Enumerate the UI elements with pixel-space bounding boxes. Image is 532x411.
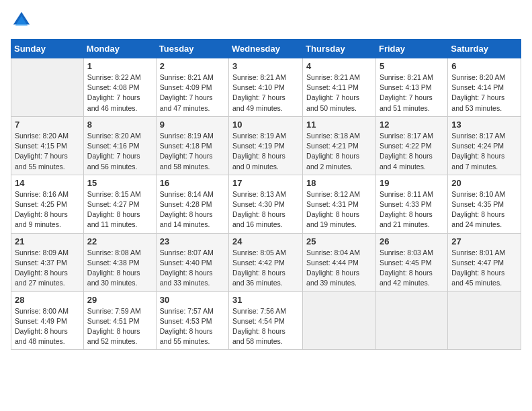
day-number: 19: [380, 178, 444, 188]
day-info: Sunrise: 8:21 AMSunset: 4:13 PMDaylight:…: [380, 73, 444, 113]
day-number: 9: [160, 120, 225, 130]
day-info: Sunrise: 8:07 AMSunset: 4:40 PMDaylight:…: [160, 248, 225, 289]
day-number: 13: [451, 120, 517, 130]
day-number: 31: [232, 295, 299, 305]
day-info: Sunrise: 8:09 AMSunset: 4:37 PMDaylight:…: [15, 248, 80, 289]
day-number: 18: [306, 178, 372, 188]
day-info: Sunrise: 8:18 AMSunset: 4:21 PMDaylight:…: [306, 131, 372, 172]
day-number: 25: [306, 236, 372, 246]
weekday-header-monday: Monday: [83, 40, 156, 58]
calendar-cell: 27Sunrise: 8:01 AMSunset: 4:47 PMDayligh…: [448, 233, 521, 291]
day-info: Sunrise: 8:01 AMSunset: 4:47 PMDaylight:…: [451, 248, 517, 289]
calendar-cell: 12Sunrise: 8:17 AMSunset: 4:22 PMDayligh…: [375, 116, 447, 175]
day-number: 6: [451, 61, 517, 71]
calendar-cell: [448, 291, 521, 350]
day-number: 8: [87, 120, 152, 130]
day-number: 28: [15, 295, 80, 305]
day-number: 11: [306, 120, 372, 130]
day-number: 20: [451, 178, 517, 188]
day-info: Sunrise: 8:19 AMSunset: 4:18 PMDaylight:…: [160, 131, 225, 172]
day-number: 27: [451, 236, 517, 246]
calendar-cell: 23Sunrise: 8:07 AMSunset: 4:40 PMDayligh…: [156, 233, 228, 291]
day-number: 17: [232, 178, 299, 188]
calendar-cell: 22Sunrise: 8:08 AMSunset: 4:38 PMDayligh…: [83, 233, 156, 291]
calendar-cell: 10Sunrise: 8:19 AMSunset: 4:19 PMDayligh…: [229, 116, 303, 175]
day-number: 23: [160, 236, 225, 246]
day-number: 2: [160, 61, 225, 71]
day-info: Sunrise: 8:17 AMSunset: 4:24 PMDaylight:…: [451, 131, 517, 172]
calendar-cell: [303, 291, 376, 350]
weekday-header-friday: Friday: [375, 40, 447, 58]
day-number: 30: [160, 295, 225, 305]
day-number: 14: [15, 178, 80, 188]
day-number: 15: [87, 178, 152, 188]
day-info: Sunrise: 8:21 AMSunset: 4:10 PMDaylight:…: [232, 73, 299, 113]
day-number: 5: [380, 61, 444, 71]
day-info: Sunrise: 8:22 AMSunset: 4:08 PMDaylight:…: [87, 73, 152, 113]
day-info: Sunrise: 8:04 AMSunset: 4:44 PMDaylight:…: [306, 248, 372, 289]
day-info: Sunrise: 8:20 AMSunset: 4:14 PMDaylight:…: [451, 73, 517, 113]
calendar-cell: [375, 291, 447, 350]
day-info: Sunrise: 7:57 AMSunset: 4:53 PMDaylight:…: [160, 306, 225, 347]
day-number: 3: [232, 61, 299, 71]
weekday-header-tuesday: Tuesday: [156, 40, 228, 58]
calendar-cell: 2Sunrise: 8:21 AMSunset: 4:09 PMDaylight…: [156, 58, 228, 117]
day-info: Sunrise: 7:59 AMSunset: 4:51 PMDaylight:…: [87, 306, 152, 347]
calendar-cell: 17Sunrise: 8:13 AMSunset: 4:30 PMDayligh…: [229, 175, 303, 233]
calendar-table: SundayMondayTuesdayWednesdayThursdayFrid…: [11, 39, 521, 350]
day-info: Sunrise: 8:00 AMSunset: 4:49 PMDaylight:…: [15, 306, 80, 347]
calendar-cell: 8Sunrise: 8:20 AMSunset: 4:16 PMDaylight…: [83, 116, 156, 175]
calendar-cell: 16Sunrise: 8:14 AMSunset: 4:28 PMDayligh…: [156, 175, 228, 233]
calendar-cell: 20Sunrise: 8:10 AMSunset: 4:35 PMDayligh…: [448, 175, 521, 233]
logo: [11, 11, 31, 32]
day-info: Sunrise: 8:17 AMSunset: 4:22 PMDaylight:…: [380, 131, 444, 172]
day-info: Sunrise: 8:13 AMSunset: 4:30 PMDaylight:…: [232, 189, 299, 230]
day-info: Sunrise: 8:21 AMSunset: 4:11 PMDaylight:…: [306, 73, 372, 113]
day-number: 22: [87, 236, 152, 246]
calendar-cell: 15Sunrise: 8:15 AMSunset: 4:27 PMDayligh…: [83, 175, 156, 233]
calendar-cell: 25Sunrise: 8:04 AMSunset: 4:44 PMDayligh…: [303, 233, 376, 291]
day-number: 12: [380, 120, 444, 130]
day-number: 10: [232, 120, 299, 130]
calendar-cell: 19Sunrise: 8:11 AMSunset: 4:33 PMDayligh…: [375, 175, 447, 233]
calendar-cell: 1Sunrise: 8:22 AMSunset: 4:08 PMDaylight…: [83, 58, 156, 117]
day-number: 29: [87, 295, 152, 305]
weekday-header-thursday: Thursday: [303, 40, 376, 58]
day-info: Sunrise: 8:11 AMSunset: 4:33 PMDaylight:…: [380, 189, 444, 230]
calendar-cell: 9Sunrise: 8:19 AMSunset: 4:18 PMDaylight…: [156, 116, 228, 175]
day-info: Sunrise: 8:20 AMSunset: 4:15 PMDaylight:…: [15, 131, 80, 172]
day-info: Sunrise: 8:21 AMSunset: 4:09 PMDaylight:…: [160, 73, 225, 113]
calendar-cell: 5Sunrise: 8:21 AMSunset: 4:13 PMDaylight…: [375, 58, 447, 117]
weekday-header-sunday: Sunday: [11, 40, 84, 58]
calendar-cell: 18Sunrise: 8:12 AMSunset: 4:31 PMDayligh…: [303, 175, 376, 233]
calendar-cell: 14Sunrise: 8:16 AMSunset: 4:25 PMDayligh…: [11, 175, 84, 233]
day-info: Sunrise: 8:16 AMSunset: 4:25 PMDaylight:…: [15, 189, 80, 230]
calendar-cell: 4Sunrise: 8:21 AMSunset: 4:11 PMDaylight…: [303, 58, 376, 117]
calendar-cell: 26Sunrise: 8:03 AMSunset: 4:45 PMDayligh…: [375, 233, 447, 291]
weekday-header-saturday: Saturday: [448, 40, 521, 58]
day-number: 24: [232, 236, 299, 246]
day-info: Sunrise: 8:14 AMSunset: 4:28 PMDaylight:…: [160, 189, 225, 230]
calendar-cell: 31Sunrise: 7:56 AMSunset: 4:54 PMDayligh…: [229, 291, 303, 350]
day-info: Sunrise: 8:05 AMSunset: 4:42 PMDaylight:…: [232, 248, 299, 289]
day-number: 7: [15, 120, 80, 130]
day-info: Sunrise: 8:19 AMSunset: 4:19 PMDaylight:…: [232, 131, 299, 172]
day-info: Sunrise: 8:15 AMSunset: 4:27 PMDaylight:…: [87, 189, 152, 230]
calendar-cell: 24Sunrise: 8:05 AMSunset: 4:42 PMDayligh…: [229, 233, 303, 291]
logo-icon: [12, 11, 31, 30]
calendar-cell: 6Sunrise: 8:20 AMSunset: 4:14 PMDaylight…: [448, 58, 521, 117]
day-number: 26: [380, 236, 444, 246]
day-info: Sunrise: 8:12 AMSunset: 4:31 PMDaylight:…: [306, 189, 372, 230]
calendar-cell: 29Sunrise: 7:59 AMSunset: 4:51 PMDayligh…: [83, 291, 156, 350]
day-info: Sunrise: 7:56 AMSunset: 4:54 PMDaylight:…: [232, 306, 299, 347]
day-number: 16: [160, 178, 225, 188]
calendar-cell: 21Sunrise: 8:09 AMSunset: 4:37 PMDayligh…: [11, 233, 84, 291]
day-info: Sunrise: 8:08 AMSunset: 4:38 PMDaylight:…: [87, 248, 152, 289]
calendar-cell: 3Sunrise: 8:21 AMSunset: 4:10 PMDaylight…: [229, 58, 303, 117]
calendar-cell: 30Sunrise: 7:57 AMSunset: 4:53 PMDayligh…: [156, 291, 228, 350]
day-number: 21: [15, 236, 80, 246]
day-info: Sunrise: 8:10 AMSunset: 4:35 PMDaylight:…: [451, 189, 517, 230]
calendar-cell: 11Sunrise: 8:18 AMSunset: 4:21 PMDayligh…: [303, 116, 376, 175]
calendar-cell: 7Sunrise: 8:20 AMSunset: 4:15 PMDaylight…: [11, 116, 84, 175]
calendar-cell: 13Sunrise: 8:17 AMSunset: 4:24 PMDayligh…: [448, 116, 521, 175]
